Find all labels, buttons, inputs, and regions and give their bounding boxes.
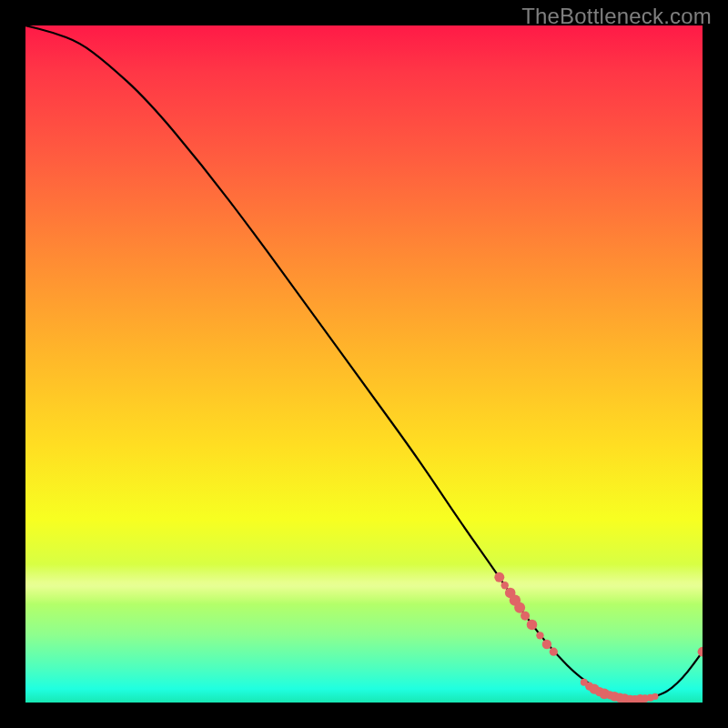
plot-area [25, 25, 703, 703]
watermark-text: TheBottleneck.com [521, 4, 712, 29]
chart-frame: TheBottleneck.com [0, 0, 728, 728]
